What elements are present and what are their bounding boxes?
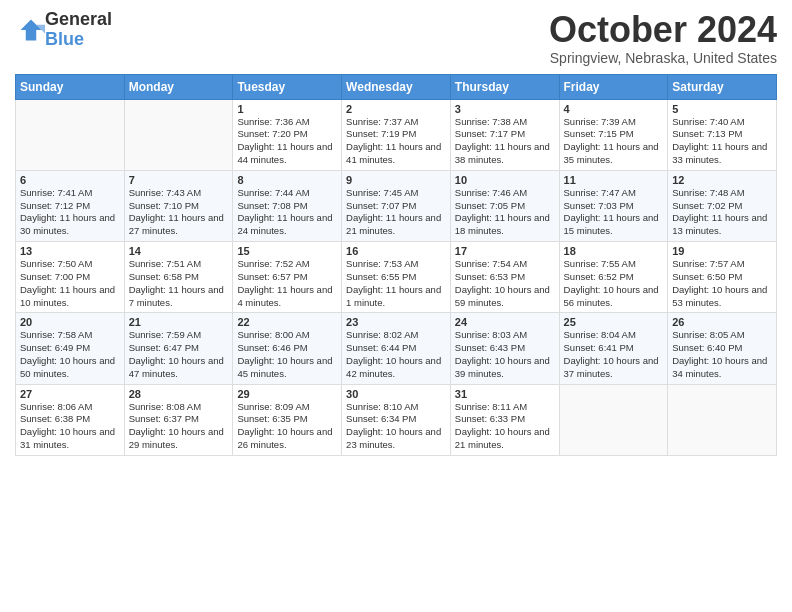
day-info: Sunrise: 8:11 AMSunset: 6:33 PMDaylight:… <box>455 401 555 452</box>
day-number: 27 <box>20 388 120 400</box>
calendar-day-cell: 30 Sunrise: 8:10 AMSunset: 6:34 PMDaylig… <box>342 384 451 455</box>
day-number: 23 <box>346 316 446 328</box>
calendar-day-cell: 5 Sunrise: 7:40 AMSunset: 7:13 PMDayligh… <box>668 99 777 170</box>
location: Springview, Nebraska, United States <box>549 50 777 66</box>
day-number: 31 <box>455 388 555 400</box>
day-info: Sunrise: 8:06 AMSunset: 6:38 PMDaylight:… <box>20 401 120 452</box>
day-info: Sunrise: 7:46 AMSunset: 7:05 PMDaylight:… <box>455 187 555 238</box>
calendar-day-cell: 15 Sunrise: 7:52 AMSunset: 6:57 PMDaylig… <box>233 242 342 313</box>
calendar-day-cell: 25 Sunrise: 8:04 AMSunset: 6:41 PMDaylig… <box>559 313 668 384</box>
logo-blue-text: Blue <box>45 29 84 49</box>
day-number: 18 <box>564 245 664 257</box>
day-number: 29 <box>237 388 337 400</box>
day-info: Sunrise: 7:37 AMSunset: 7:19 PMDaylight:… <box>346 116 446 167</box>
logo-icon <box>17 16 45 44</box>
day-number: 26 <box>672 316 772 328</box>
calendar-week-row: 13 Sunrise: 7:50 AMSunset: 7:00 PMDaylig… <box>16 242 777 313</box>
day-info: Sunrise: 7:43 AMSunset: 7:10 PMDaylight:… <box>129 187 229 238</box>
day-number: 21 <box>129 316 229 328</box>
day-info: Sunrise: 7:39 AMSunset: 7:15 PMDaylight:… <box>564 116 664 167</box>
th-friday: Friday <box>559 74 668 99</box>
day-number: 14 <box>129 245 229 257</box>
day-info: Sunrise: 7:45 AMSunset: 7:07 PMDaylight:… <box>346 187 446 238</box>
day-number: 5 <box>672 103 772 115</box>
th-thursday: Thursday <box>450 74 559 99</box>
calendar-week-row: 1 Sunrise: 7:36 AMSunset: 7:20 PMDayligh… <box>16 99 777 170</box>
calendar-day-cell: 19 Sunrise: 7:57 AMSunset: 6:50 PMDaylig… <box>668 242 777 313</box>
day-info: Sunrise: 8:05 AMSunset: 6:40 PMDaylight:… <box>672 329 772 380</box>
calendar-day-cell: 23 Sunrise: 8:02 AMSunset: 6:44 PMDaylig… <box>342 313 451 384</box>
th-tuesday: Tuesday <box>233 74 342 99</box>
day-info: Sunrise: 7:48 AMSunset: 7:02 PMDaylight:… <box>672 187 772 238</box>
calendar-day-cell: 27 Sunrise: 8:06 AMSunset: 6:38 PMDaylig… <box>16 384 125 455</box>
day-info: Sunrise: 8:09 AMSunset: 6:35 PMDaylight:… <box>237 401 337 452</box>
day-number: 1 <box>237 103 337 115</box>
calendar-day-cell: 2 Sunrise: 7:37 AMSunset: 7:19 PMDayligh… <box>342 99 451 170</box>
calendar-week-row: 27 Sunrise: 8:06 AMSunset: 6:38 PMDaylig… <box>16 384 777 455</box>
day-number: 28 <box>129 388 229 400</box>
header: General Blue October 2024 Springview, Ne… <box>15 10 777 66</box>
day-info: Sunrise: 7:55 AMSunset: 6:52 PMDaylight:… <box>564 258 664 309</box>
calendar-day-cell: 3 Sunrise: 7:38 AMSunset: 7:17 PMDayligh… <box>450 99 559 170</box>
day-number: 30 <box>346 388 446 400</box>
day-number: 24 <box>455 316 555 328</box>
day-info: Sunrise: 8:08 AMSunset: 6:37 PMDaylight:… <box>129 401 229 452</box>
calendar-day-cell: 14 Sunrise: 7:51 AMSunset: 6:58 PMDaylig… <box>124 242 233 313</box>
day-info: Sunrise: 8:02 AMSunset: 6:44 PMDaylight:… <box>346 329 446 380</box>
calendar-week-row: 6 Sunrise: 7:41 AMSunset: 7:12 PMDayligh… <box>16 170 777 241</box>
day-info: Sunrise: 7:38 AMSunset: 7:17 PMDaylight:… <box>455 116 555 167</box>
calendar-header: Sunday Monday Tuesday Wednesday Thursday… <box>16 74 777 99</box>
svg-marker-0 <box>21 19 42 40</box>
calendar-day-cell: 28 Sunrise: 8:08 AMSunset: 6:37 PMDaylig… <box>124 384 233 455</box>
title-block: October 2024 Springview, Nebraska, Unite… <box>549 10 777 66</box>
calendar-day-cell: 20 Sunrise: 7:58 AMSunset: 6:49 PMDaylig… <box>16 313 125 384</box>
day-info: Sunrise: 8:10 AMSunset: 6:34 PMDaylight:… <box>346 401 446 452</box>
day-info: Sunrise: 8:00 AMSunset: 6:46 PMDaylight:… <box>237 329 337 380</box>
th-sunday: Sunday <box>16 74 125 99</box>
calendar-day-cell <box>559 384 668 455</box>
day-info: Sunrise: 8:03 AMSunset: 6:43 PMDaylight:… <box>455 329 555 380</box>
calendar-day-cell <box>668 384 777 455</box>
day-info: Sunrise: 7:50 AMSunset: 7:00 PMDaylight:… <box>20 258 120 309</box>
day-number: 20 <box>20 316 120 328</box>
day-info: Sunrise: 7:54 AMSunset: 6:53 PMDaylight:… <box>455 258 555 309</box>
calendar-body: 1 Sunrise: 7:36 AMSunset: 7:20 PMDayligh… <box>16 99 777 455</box>
day-number: 11 <box>564 174 664 186</box>
day-number: 16 <box>346 245 446 257</box>
day-number: 25 <box>564 316 664 328</box>
calendar-day-cell <box>16 99 125 170</box>
day-number: 15 <box>237 245 337 257</box>
calendar-day-cell <box>124 99 233 170</box>
calendar-day-cell: 24 Sunrise: 8:03 AMSunset: 6:43 PMDaylig… <box>450 313 559 384</box>
calendar-week-row: 20 Sunrise: 7:58 AMSunset: 6:49 PMDaylig… <box>16 313 777 384</box>
day-number: 12 <box>672 174 772 186</box>
day-number: 19 <box>672 245 772 257</box>
th-wednesday: Wednesday <box>342 74 451 99</box>
day-number: 2 <box>346 103 446 115</box>
day-info: Sunrise: 7:36 AMSunset: 7:20 PMDaylight:… <box>237 116 337 167</box>
day-number: 6 <box>20 174 120 186</box>
day-info: Sunrise: 7:57 AMSunset: 6:50 PMDaylight:… <box>672 258 772 309</box>
calendar-day-cell: 10 Sunrise: 7:46 AMSunset: 7:05 PMDaylig… <box>450 170 559 241</box>
calendar-day-cell: 9 Sunrise: 7:45 AMSunset: 7:07 PMDayligh… <box>342 170 451 241</box>
th-monday: Monday <box>124 74 233 99</box>
calendar-day-cell: 26 Sunrise: 8:05 AMSunset: 6:40 PMDaylig… <box>668 313 777 384</box>
day-number: 10 <box>455 174 555 186</box>
day-number: 22 <box>237 316 337 328</box>
day-info: Sunrise: 8:04 AMSunset: 6:41 PMDaylight:… <box>564 329 664 380</box>
calendar-day-cell: 11 Sunrise: 7:47 AMSunset: 7:03 PMDaylig… <box>559 170 668 241</box>
day-number: 4 <box>564 103 664 115</box>
th-saturday: Saturday <box>668 74 777 99</box>
day-number: 9 <box>346 174 446 186</box>
day-info: Sunrise: 7:40 AMSunset: 7:13 PMDaylight:… <box>672 116 772 167</box>
day-info: Sunrise: 7:51 AMSunset: 6:58 PMDaylight:… <box>129 258 229 309</box>
calendar-day-cell: 31 Sunrise: 8:11 AMSunset: 6:33 PMDaylig… <box>450 384 559 455</box>
calendar-day-cell: 1 Sunrise: 7:36 AMSunset: 7:20 PMDayligh… <box>233 99 342 170</box>
day-header-row: Sunday Monday Tuesday Wednesday Thursday… <box>16 74 777 99</box>
day-number: 13 <box>20 245 120 257</box>
day-info: Sunrise: 7:59 AMSunset: 6:47 PMDaylight:… <box>129 329 229 380</box>
day-info: Sunrise: 7:41 AMSunset: 7:12 PMDaylight:… <box>20 187 120 238</box>
calendar-day-cell: 7 Sunrise: 7:43 AMSunset: 7:10 PMDayligh… <box>124 170 233 241</box>
calendar-day-cell: 12 Sunrise: 7:48 AMSunset: 7:02 PMDaylig… <box>668 170 777 241</box>
day-number: 17 <box>455 245 555 257</box>
